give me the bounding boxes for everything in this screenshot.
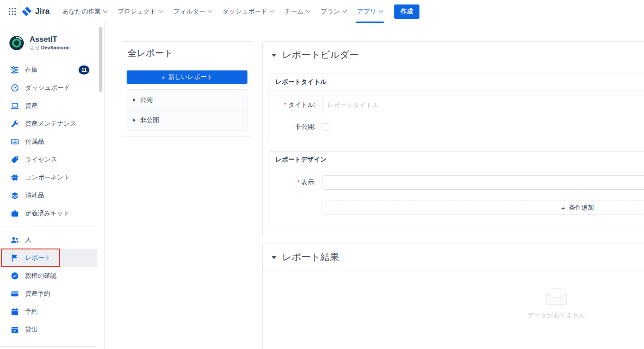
nav-label: あなたの作業: [62, 8, 101, 16]
sidebar-item-licenses[interactable]: ライセンス: [0, 151, 97, 169]
jira-logo[interactable]: Jira: [22, 0, 50, 23]
add-condition-row: + 条件追加: [269, 201, 644, 215]
sidebar-item-asset-booking[interactable]: 資産予約: [0, 285, 97, 303]
inventory-count-badge: 11: [79, 65, 89, 74]
sidebar-item-predefined-kits[interactable]: 定義済みキット: [0, 205, 97, 222]
report-results-panel: レポート結果 データがありません: [262, 244, 644, 349]
people-icon: [11, 236, 19, 244]
report-results-header[interactable]: レポート結果: [263, 244, 644, 270]
app-name: AssetIT: [30, 35, 70, 44]
caret-right-icon: [133, 98, 136, 102]
nav-projects[interactable]: プロジェクト: [112, 0, 168, 23]
sidebar-item-custody-check[interactable]: 親権の確認: [0, 267, 97, 285]
laptop-icon: [11, 102, 19, 110]
label-text: 非公開:: [295, 123, 316, 130]
nav-label: チーム: [284, 8, 304, 16]
sidebar-item-label: 資産: [25, 102, 38, 110]
sidebar-item-assets[interactable]: 資産: [0, 97, 97, 115]
calendar-icon: [11, 308, 19, 316]
all-reports-title: 全レポート: [121, 42, 253, 65]
nav-filters[interactable]: フィルター: [168, 0, 217, 23]
assetit-sidebar: AssetIT よりDevSamurai 在庫 11 ダッシュボード 資産: [0, 23, 97, 349]
sidebar-item-booking[interactable]: 予約: [0, 303, 97, 321]
vendor-name: DevSamurai: [41, 45, 70, 50]
plus-icon: +: [161, 74, 165, 81]
sidebar-item-asset-maintenance[interactable]: 資産メンテナンス: [0, 115, 97, 133]
nav-teams[interactable]: チーム: [279, 0, 315, 23]
label-text: 表示:: [301, 179, 316, 186]
display-field-control: [322, 175, 644, 190]
sidebar-item-consumables[interactable]: 消耗品: [0, 187, 97, 205]
report-builder-title: レポートビルダー: [282, 48, 359, 61]
group-public[interactable]: 公開: [127, 90, 247, 110]
private-field-control: [322, 123, 644, 131]
sidebar-item-accessories[interactable]: 付属品: [0, 133, 97, 151]
sidebar-item-inventory[interactable]: 在庫 11: [0, 61, 97, 79]
nav-label: アプリ: [357, 8, 376, 16]
sidebar-item-checkout[interactable]: 貸出: [0, 321, 97, 339]
all-reports-panel: 全レポート + 新しいレポート 公開 非公開: [121, 41, 253, 136]
report-title-section: レポートタイトル *タイトル:: [269, 74, 644, 142]
add-condition-button[interactable]: + 条件追加: [322, 201, 644, 215]
sidebar-divider: [0, 346, 97, 347]
private-checkbox[interactable]: [322, 123, 329, 131]
calendar-check-icon: [11, 326, 19, 334]
display-field-label: *表示:: [269, 179, 319, 187]
chevron-down-icon: [343, 9, 347, 13]
group-private[interactable]: 非公開: [127, 110, 247, 130]
main-content: 全レポート + 新しいレポート 公開 非公開: [105, 23, 644, 349]
title-field-control: [322, 98, 644, 112]
sidebar-item-label: 定義済みキット: [25, 209, 70, 218]
report-title-input[interactable]: [322, 98, 644, 112]
sidebar-divider: [0, 227, 97, 227]
empty-inbox-icon: [542, 288, 571, 307]
empty-state-text: データがありません: [528, 311, 586, 319]
chevron-down-icon: [103, 9, 108, 13]
report-results-title: レポート結果: [282, 251, 339, 263]
nav-your-work[interactable]: あなたの作業: [57, 0, 112, 23]
nav-label: プラン: [321, 8, 340, 16]
chevron-down-icon: [159, 9, 163, 13]
nav-label: ダッシュボード: [222, 8, 267, 16]
new-report-label: 新しいレポート: [168, 73, 213, 81]
sidebar-item-label: 人: [25, 236, 31, 244]
sidebar-item-label: コンポーネント: [25, 174, 70, 182]
create-button[interactable]: 作成: [394, 4, 419, 19]
report-builder-body: レポートタイトル *タイトル:: [263, 68, 644, 237]
sidebar-item-dashboard[interactable]: ダッシュボード: [0, 79, 97, 97]
nav-dashboards[interactable]: ダッシュボード: [217, 0, 279, 23]
sidebar-item-components[interactable]: コンポーネント: [0, 169, 97, 187]
badge-check-icon: [11, 272, 19, 280]
report-design-section-body: *表示: +: [269, 168, 644, 226]
sidebar-scrollbar-thumb[interactable]: [99, 27, 102, 92]
nav-label: プロジェクト: [118, 8, 156, 16]
title-field-row: *タイトル:: [269, 98, 644, 112]
chevron-down-icon: [379, 9, 384, 13]
report-workspace: レポートビルダー レポートタイトル *タイトル:: [262, 41, 644, 349]
app-switcher-button[interactable]: [4, 4, 20, 19]
app-shell: AssetIT よりDevSamurai 在庫 11 ダッシュボード 資産: [0, 23, 644, 349]
new-report-button[interactable]: + 新しいレポート: [127, 70, 247, 84]
report-builder-header[interactable]: レポートビルダー: [263, 42, 644, 68]
add-condition-label: 条件追加: [569, 204, 594, 212]
nav-apps[interactable]: アプリ: [352, 0, 388, 23]
report-title-section-body: *タイトル: 非公開:: [269, 91, 644, 142]
sidebar-item-people[interactable]: 人: [0, 231, 97, 249]
sidebar-item-label: 在庫: [25, 66, 38, 74]
report-results-body: データがありません: [263, 270, 644, 349]
private-field-label: 非公開:: [269, 123, 319, 131]
caret-down-icon: [272, 256, 276, 259]
report-title-section-heading: レポートタイトル: [269, 74, 644, 91]
sidebar-item-reports[interactable]: レポート: [0, 249, 97, 267]
sidebar-app-titles: AssetIT よりDevSamurai: [30, 35, 70, 51]
briefcase-icon: [11, 209, 19, 218]
display-select-input[interactable]: [322, 175, 644, 190]
nav-plans[interactable]: プラン: [315, 0, 352, 23]
sidebar-item-label: 消耗品: [25, 192, 44, 200]
layers-icon: [11, 192, 19, 200]
title-field-label: *タイトル:: [269, 101, 319, 109]
sidebar-scrollbar-track[interactable]: [97, 23, 105, 349]
top-navigation-bar: Jira あなたの作業 プロジェクト フィルター ダッシュボード チーム プラン…: [0, 0, 644, 23]
chevron-down-icon: [270, 9, 274, 13]
flag-icon: [11, 254, 19, 262]
